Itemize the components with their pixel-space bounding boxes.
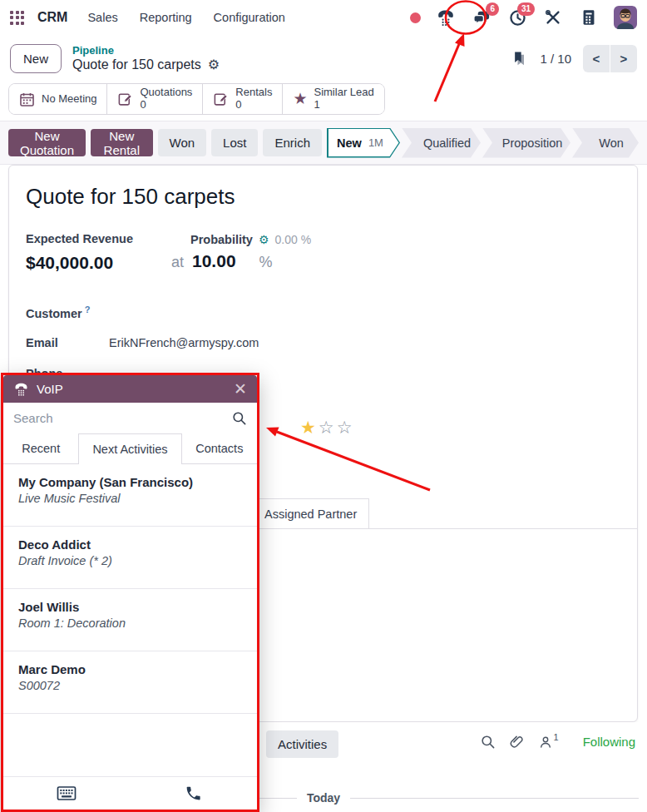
tools-icon[interactable] <box>542 7 564 28</box>
lost-button[interactable]: Lost <box>211 129 258 156</box>
voip-item-name: Marc Demo <box>18 662 242 676</box>
voip-close-icon[interactable] <box>234 381 247 397</box>
voip-search-row <box>3 403 257 433</box>
stage-won[interactable]: Won <box>572 128 639 158</box>
probability-gear-icon[interactable] <box>259 232 269 247</box>
chatter-search-icon[interactable] <box>480 734 496 750</box>
new-quotation-button[interactable]: New Quotation <box>8 129 86 156</box>
stat-label: Quotations <box>140 87 192 99</box>
probability-label: Probability <box>190 233 253 246</box>
stat-button-rentals[interactable]: Rentals 0 <box>203 84 283 114</box>
tab-assigned-partner[interactable]: Assigned Partner <box>252 498 369 528</box>
at-label: at <box>171 254 184 271</box>
stage-pipeline: New 1M Qualified Proposition Won <box>327 128 639 158</box>
percent-sign: % <box>259 254 273 271</box>
voip-item-name: Joel Willis <box>18 600 242 614</box>
top-navbar: CRM Sales Reporting Configuration <box>0 0 647 35</box>
pager-previous-button[interactable]: < <box>583 45 610 72</box>
following-toggle[interactable]: Following <box>583 735 635 749</box>
expected-revenue-label: Expected Revenue <box>26 232 133 245</box>
bookmark-icon[interactable] <box>511 49 528 67</box>
dialpad-keyboard-icon[interactable] <box>3 777 131 810</box>
activities-count-badge: 31 <box>517 2 535 16</box>
stat-value: 1 <box>314 99 373 111</box>
tools-icon <box>544 8 562 27</box>
form-statusbar: New Quotation New Rental Won Lost Enrich… <box>0 121 647 165</box>
star-filled-icon[interactable] <box>300 418 316 438</box>
record-pager: 1 / 10 <box>540 52 571 66</box>
magnifier-icon[interactable] <box>231 410 247 426</box>
phone-keypad-icon <box>13 381 29 397</box>
new-record-button[interactable]: New <box>10 44 62 73</box>
tab-label: Assigned Partner <box>264 508 357 521</box>
menu-reporting[interactable]: Reporting <box>140 11 192 24</box>
breadcrumb-current-record: Quote for 150 carpets <box>72 57 201 72</box>
building-icon <box>580 8 597 27</box>
stat-button-meetings[interactable]: No Meeting <box>9 84 107 114</box>
breadcrumb: Pipeline Quote for 150 carpets <box>72 44 220 72</box>
email-value[interactable]: ErikNFrench@armyspy.com <box>109 336 259 349</box>
voip-popup: VoIP Recent Next Activities Contacts My … <box>1 373 259 812</box>
voip-list-item[interactable]: Marc Demo S00072 <box>3 651 257 714</box>
star-empty-icon[interactable] <box>337 418 353 438</box>
stage-label: Won <box>599 136 624 150</box>
customer-label-text: Customer <box>26 307 82 320</box>
company-icon[interactable] <box>578 7 600 28</box>
enrich-button[interactable]: Enrich <box>263 129 322 156</box>
probability-value[interactable]: 10.00 <box>192 251 236 271</box>
messages-icon[interactable]: 6 <box>471 7 492 28</box>
voip-tab-next-activities[interactable]: Next Activities <box>78 433 181 464</box>
breadcrumb-pipeline-link[interactable]: Pipeline <box>72 44 220 57</box>
stage-new[interactable]: New 1M <box>327 128 400 158</box>
odoo-crm-screen: CRM Sales Reporting Configuration <box>0 0 647 812</box>
stat-label: No Meeting <box>42 93 96 106</box>
expected-revenue-value[interactable]: $40,000.00 <box>26 253 113 273</box>
voip-list-item[interactable]: My Company (San Francisco) Live Music Fe… <box>3 464 257 527</box>
menu-configuration[interactable]: Configuration <box>214 11 285 24</box>
messages-count-badge: 6 <box>486 2 499 16</box>
activities-button[interactable]: Activities <box>266 730 338 758</box>
call-phone-icon[interactable] <box>131 777 258 810</box>
lead-title[interactable]: Quote for 150 carpets <box>26 184 235 210</box>
voip-tab-contacts[interactable]: Contacts <box>182 433 257 464</box>
voip-tab-recent[interactable]: Recent <box>3 433 78 464</box>
stat-button-quotations[interactable]: Quotations 0 <box>107 84 203 114</box>
voip-phone-icon[interactable] <box>435 7 457 28</box>
stat-label: Similar Lead <box>314 87 373 99</box>
priority-rating <box>300 418 352 438</box>
voip-list-item[interactable]: Joel Willis Room 1: Decoration <box>3 589 257 651</box>
won-button[interactable]: Won <box>158 129 207 156</box>
voip-item-activity: Draft Invoice (* 2) <box>18 554 242 567</box>
email-label: Email <box>26 336 58 349</box>
menu-sales[interactable]: Sales <box>87 11 117 24</box>
stage-proposition[interactable]: Proposition <box>482 128 570 158</box>
stat-button-box: No Meeting Quotations 0 Rentals 0 <box>8 83 385 115</box>
new-rental-button[interactable]: New Rental <box>91 129 152 156</box>
help-marker[interactable]: ? <box>85 304 91 314</box>
stage-label: Proposition <box>502 136 563 150</box>
stage-qualified[interactable]: Qualified <box>402 128 481 158</box>
stat-button-similar-lead[interactable]: Similar Lead 1 <box>283 84 383 114</box>
voip-search-input[interactable] <box>13 411 231 425</box>
activities-icon[interactable]: 31 <box>506 7 528 28</box>
apps-menu-icon[interactable] <box>10 11 24 25</box>
stat-label: Rentals <box>235 87 272 99</box>
voip-list-item[interactable]: Deco Addict Draft Invoice (* 2) <box>3 527 257 589</box>
calendar-icon <box>19 92 35 107</box>
customer-label: Customer? <box>26 304 90 320</box>
status-dot <box>410 12 421 23</box>
voip-item-activity: Live Music Festival <box>18 492 242 505</box>
control-panel: New Pipeline Quote for 150 carpets 1 / 1… <box>0 35 647 82</box>
app-name[interactable]: CRM <box>37 10 67 25</box>
pager-next-button[interactable]: > <box>610 45 637 72</box>
record-actions-gear-icon[interactable] <box>208 57 220 72</box>
stage-label: Qualified <box>423 136 471 150</box>
attachment-paperclip-icon[interactable] <box>509 734 525 750</box>
stage-badge: 1M <box>368 136 383 149</box>
user-avatar[interactable] <box>614 6 637 29</box>
edit-note-icon <box>213 92 229 107</box>
star-empty-icon[interactable] <box>319 418 334 438</box>
voip-header[interactable]: VoIP <box>3 375 257 403</box>
voip-item-name: Deco Addict <box>18 537 242 552</box>
followers-icon[interactable]: 1 <box>538 735 558 750</box>
